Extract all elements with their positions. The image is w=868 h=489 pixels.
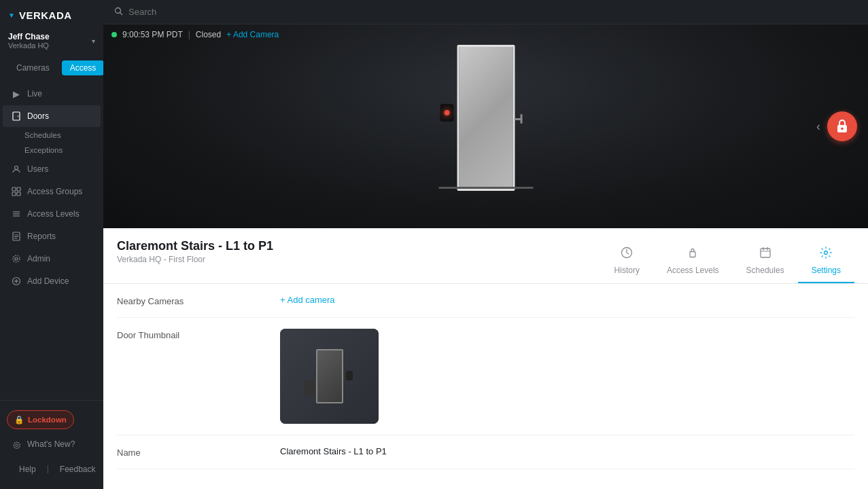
sidebar-item-doors-label: Doors bbox=[27, 111, 49, 121]
name-value: Claremont Stairs - L1 to P1 bbox=[280, 446, 854, 456]
sidebar-item-users-label: Users bbox=[27, 164, 48, 174]
door-thumbnail-value bbox=[280, 329, 854, 424]
search-input[interactable] bbox=[128, 7, 243, 17]
nearby-cameras-label: Nearby Cameras bbox=[117, 295, 266, 306]
cameras-mode-button[interactable]: Cameras bbox=[8, 60, 58, 75]
door-title: Claremont Stairs - L1 to P1 bbox=[117, 239, 273, 253]
access-levels-tab-icon bbox=[686, 246, 699, 263]
sidebar-item-admin-label: Admin bbox=[27, 254, 50, 264]
tab-settings[interactable]: Settings bbox=[798, 239, 854, 283]
tab-history-label: History bbox=[614, 266, 640, 275]
logo-chevron: ▼ bbox=[8, 12, 15, 19]
user-chevron-icon: ▾ bbox=[92, 37, 95, 45]
sidebar: ▼ VERKADA Jeff Chase Verkada HQ ▾ Camera… bbox=[0, 0, 103, 489]
reports-icon bbox=[11, 231, 22, 242]
keypad-light bbox=[444, 110, 449, 115]
sidebar-item-whats-new[interactable]: ◎ What's New? bbox=[3, 433, 101, 455]
access-groups-icon bbox=[11, 186, 22, 197]
svg-rect-24 bbox=[690, 252, 695, 257]
sidebar-item-access-groups-label: Access Groups bbox=[27, 187, 82, 196]
svg-rect-6 bbox=[17, 192, 20, 196]
users-icon bbox=[11, 164, 22, 175]
sidebar-item-reports[interactable]: Reports bbox=[3, 225, 101, 247]
doors-icon bbox=[11, 111, 22, 122]
add-camera-button[interactable]: + Add Camera bbox=[226, 30, 279, 39]
sidebar-item-add-device-label: Add Device bbox=[27, 276, 69, 286]
whats-new-icon: ◎ bbox=[11, 439, 22, 450]
sidebar-item-feedback[interactable]: Feedback bbox=[54, 462, 101, 477]
svg-point-1 bbox=[18, 115, 19, 117]
status-time: 9:00:53 PM PDT bbox=[122, 30, 183, 39]
sidebar-item-admin[interactable]: Admin bbox=[3, 248, 101, 270]
sidebar-item-users[interactable]: Users bbox=[3, 158, 101, 180]
door-thumbnail-image bbox=[280, 329, 379, 424]
thumb-panel bbox=[304, 380, 315, 395]
sidebar-item-whats-new-label: What's New? bbox=[27, 439, 75, 449]
svg-rect-0 bbox=[13, 112, 20, 120]
nav-bottom: 🔒 Lockdown ◎ What's New? Help | Feedback bbox=[0, 400, 103, 489]
add-device-icon bbox=[11, 276, 22, 287]
svg-rect-3 bbox=[12, 187, 16, 191]
door-subtitle: Verkada HQ - First Floor bbox=[117, 255, 273, 264]
tab-schedules[interactable]: Schedules bbox=[733, 239, 798, 283]
tab-history[interactable]: History bbox=[601, 239, 653, 283]
door-background: 9:00:53 PM PDT | Closed + Add Camera ‹ bbox=[103, 24, 868, 228]
schedules-icon bbox=[759, 246, 772, 263]
door-visual bbox=[457, 45, 515, 191]
sidebar-item-schedules[interactable]: Schedules bbox=[0, 128, 103, 143]
tab-settings-label: Settings bbox=[812, 266, 841, 275]
user-name: Jeff Chase bbox=[8, 32, 50, 41]
add-camera-link[interactable]: + Add camera bbox=[280, 295, 335, 305]
svg-rect-4 bbox=[17, 187, 20, 191]
tab-schedules-label: Schedules bbox=[746, 266, 784, 275]
svg-rect-25 bbox=[761, 249, 770, 257]
nav-section: ▶ Live Doors Schedules Exceptions bbox=[0, 82, 103, 400]
mode-buttons: Cameras Access bbox=[0, 56, 103, 82]
sidebar-item-add-device[interactable]: Add Device bbox=[3, 270, 101, 292]
svg-point-29 bbox=[824, 251, 828, 255]
detail-panel: Claremont Stairs - L1 to P1 Verkada HQ -… bbox=[103, 228, 868, 489]
door-info: Claremont Stairs - L1 to P1 Verkada HQ -… bbox=[117, 239, 273, 264]
status-closed: Closed bbox=[196, 30, 221, 39]
sidebar-item-live[interactable]: ▶ Live bbox=[3, 83, 101, 105]
name-row: Name Claremont Stairs - L1 to P1 bbox=[117, 435, 854, 469]
nearby-cameras-value: + Add camera bbox=[280, 295, 854, 305]
thumbnail-inner bbox=[280, 329, 379, 424]
svg-point-15 bbox=[13, 255, 20, 262]
detail-content: Nearby Cameras + Add camera Door Thumbna… bbox=[103, 284, 868, 469]
search-icon bbox=[114, 7, 123, 18]
sidebar-item-help[interactable]: Help bbox=[14, 462, 41, 477]
collapse-panel-button[interactable]: ‹ bbox=[816, 120, 820, 134]
svg-line-20 bbox=[120, 12, 123, 15]
status-separator: | bbox=[188, 30, 190, 39]
status-bar: 9:00:53 PM PDT | Closed + Add Camera bbox=[111, 30, 279, 39]
access-mode-button[interactable]: Access bbox=[62, 60, 105, 75]
sidebar-item-doors[interactable]: Doors bbox=[3, 105, 101, 127]
svg-point-22 bbox=[841, 128, 844, 130]
door-floor bbox=[438, 187, 533, 189]
sidebar-item-exceptions[interactable]: Exceptions bbox=[0, 143, 103, 158]
nearby-cameras-row: Nearby Cameras + Add camera bbox=[117, 284, 854, 318]
svg-point-14 bbox=[15, 257, 18, 260]
door-thumbnail-row: Door Thumbnail bbox=[117, 318, 854, 435]
tab-access-levels[interactable]: Access Levels bbox=[653, 239, 733, 283]
tab-access-levels-label: Access Levels bbox=[667, 266, 719, 275]
sidebar-item-schedules-label: Schedules bbox=[24, 131, 61, 139]
lockdown-button[interactable]: 🔒 Lockdown bbox=[7, 410, 74, 429]
status-dot-icon bbox=[111, 32, 117, 37]
logo-text: VERKADA bbox=[19, 10, 72, 21]
svg-rect-5 bbox=[12, 192, 16, 196]
thumb-keypad bbox=[346, 371, 353, 380]
sidebar-item-exceptions-label: Exceptions bbox=[24, 146, 63, 154]
lock-button[interactable] bbox=[827, 111, 857, 141]
user-section[interactable]: Jeff Chase Verkada HQ ▾ bbox=[0, 28, 103, 56]
sidebar-item-access-levels[interactable]: Access Levels bbox=[3, 203, 101, 225]
sidebar-item-access-levels-label: Access Levels bbox=[27, 209, 80, 219]
settings-icon bbox=[819, 246, 833, 263]
sidebar-item-live-label: Live bbox=[27, 89, 42, 98]
thumb-door bbox=[316, 349, 343, 403]
sidebar-item-access-groups[interactable]: Access Groups bbox=[3, 181, 101, 202]
admin-icon bbox=[11, 253, 22, 264]
main-panel: 9:00:53 PM PDT | Closed + Add Camera ‹ bbox=[103, 0, 868, 489]
svg-point-19 bbox=[116, 7, 121, 13]
